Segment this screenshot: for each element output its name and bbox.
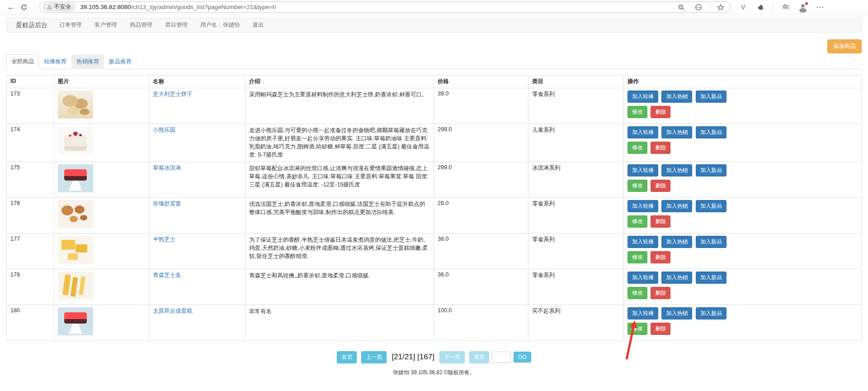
security-badge-label: 不安全 — [54, 3, 71, 11]
product-name-link[interactable]: 青森芝士条 — [153, 272, 181, 278]
add-new-button[interactable]: 加入新品 — [696, 200, 726, 212]
cell-price: 38.0 — [434, 233, 528, 269]
add-new-button[interactable]: 加入新品 — [696, 91, 726, 103]
edit-button[interactable]: 修改 — [627, 251, 647, 263]
cell-intro: 为了保证芝士的香醇,半熟芝士借鉴日本温泉煮鸡蛋的做法,把芝士,牛奶,鸡蛋,天然奶… — [245, 233, 434, 269]
search-more-icon[interactable] — [692, 3, 705, 12]
col-header-actions: 操作 — [624, 76, 862, 88]
cell-category: 冰淇淋系列 — [528, 162, 624, 197]
cell-price: 100.0 — [434, 305, 528, 340]
prev-page-button[interactable]: 上一页 — [361, 351, 387, 363]
table-row: 174 小熊乐园 走进小熊乐园,与可爱的小熊一起准备过冬的食物吧,摘颗草莓藏放在… — [7, 124, 862, 162]
edit-button[interactable]: 修改 — [627, 106, 647, 118]
product-name-link[interactable]: 太原双合成蛋糕 — [153, 308, 193, 314]
pagination: 首页 上一页 [21/21] [167] 下一页 尾页 GO — [0, 351, 868, 363]
cell-price: 299.0 — [434, 162, 528, 197]
add-new-button[interactable]: 加入新品 — [696, 164, 726, 176]
add-hot-button[interactable]: 加入热销 — [661, 272, 692, 284]
col-header-name: 名称 — [149, 76, 245, 88]
add-new-button[interactable]: 加入新品 — [696, 236, 726, 248]
divider — [709, 4, 710, 11]
add-carousel-button[interactable]: 加入轮播 — [627, 200, 658, 212]
url-bar[interactable]: ⚠ 不安全 39.105.36.82:8080/ch13_zjy/admin/g… — [39, 1, 731, 13]
tab-hot[interactable]: 热销推荐 — [71, 54, 104, 69]
product-name-link[interactable]: 玫瑰舒芙蕾 — [153, 200, 181, 207]
product-name-link[interactable]: 小熊乐园 — [153, 127, 175, 133]
warning-icon: ⚠ — [47, 4, 52, 10]
username-label: 用户名：张婧怡 — [194, 21, 246, 29]
product-name-link[interactable]: 半熟芝士 — [153, 236, 175, 243]
add-carousel-button[interactable]: 加入轮播 — [627, 236, 658, 248]
profile-avatar[interactable] — [798, 3, 807, 12]
edit-button[interactable]: 修改 — [627, 323, 647, 335]
next-page-button[interactable]: 下一页 — [439, 351, 465, 363]
back-icon[interactable]: ← — [5, 2, 18, 12]
nav-item-customers[interactable]: 客户管理 — [88, 21, 123, 29]
add-goods-button[interactable]: 添加商品 — [827, 39, 862, 53]
security-badge[interactable]: ⚠ 不安全 — [42, 2, 75, 12]
col-header-id: ID — [7, 76, 54, 88]
product-name-link[interactable]: 草莓冰淇淋 — [153, 165, 181, 171]
edit-button[interactable]: 修改 — [627, 215, 647, 228]
cell-id: 177 — [7, 233, 54, 269]
add-hot-button[interactable]: 加入热销 — [661, 91, 692, 103]
nav-item-orders[interactable]: 订单管理 — [53, 21, 88, 29]
product-image — [58, 307, 93, 335]
logout-link[interactable]: 退出 — [246, 21, 270, 29]
edit-button[interactable]: 修改 — [627, 180, 647, 192]
delete-button[interactable]: 删除 — [651, 323, 670, 335]
tab-all-goods[interactable]: 全部商品 — [6, 54, 39, 69]
add-hot-button[interactable]: 加入热销 — [661, 126, 692, 138]
add-new-button[interactable]: 加入新品 — [696, 307, 726, 319]
vue-devtools-icon[interactable]: V — [738, 3, 748, 11]
add-carousel-button[interactable]: 加入轮播 — [627, 91, 658, 103]
add-carousel-button[interactable]: 加入轮播 — [627, 164, 658, 176]
favorite-star-icon[interactable] — [714, 3, 727, 12]
edit-button[interactable]: 修改 — [627, 287, 647, 299]
add-carousel-button[interactable]: 加入轮播 — [627, 272, 658, 284]
cell-price: 36.0 — [434, 269, 528, 305]
delete-button[interactable]: 删除 — [651, 215, 670, 228]
add-new-button[interactable]: 加入新品 — [696, 126, 726, 138]
delete-button[interactable]: 删除 — [651, 142, 670, 154]
table-header-row: ID 图片 名称 介绍 价格 类目 操作 — [7, 76, 862, 88]
extensions-icon[interactable] — [754, 2, 767, 12]
tab-new[interactable]: 新品推荐 — [104, 54, 137, 69]
add-hot-button[interactable]: 加入热销 — [661, 307, 692, 319]
navbar-brand[interactable]: 蛋糕店后台 — [10, 21, 53, 29]
cell-category: 零食系列 — [528, 269, 624, 305]
add-carousel-button[interactable]: 加入轮播 — [627, 307, 658, 319]
cell-id: 180 — [7, 305, 54, 340]
divider — [773, 4, 774, 11]
delete-button[interactable]: 删除 — [651, 251, 670, 263]
first-page-button[interactable]: 首页 — [337, 351, 357, 363]
delete-button[interactable]: 删除 — [651, 287, 670, 299]
go-button[interactable]: GO — [514, 352, 531, 362]
nav-item-goods[interactable]: 商品管理 — [123, 21, 159, 29]
cell-category: 零食系列 — [528, 88, 624, 124]
edit-button[interactable]: 修改 — [627, 142, 647, 154]
tab-carousel[interactable]: 轮播推荐 — [39, 54, 71, 69]
last-page-button[interactable]: 尾页 — [469, 351, 489, 363]
cell-category: 零食系列 — [528, 233, 624, 269]
refresh-icon[interactable] — [18, 3, 30, 12]
cell-id: 173 — [7, 88, 54, 124]
page-number-input[interactable] — [492, 352, 511, 363]
more-menu-icon[interactable]: ⋯ — [813, 2, 827, 12]
collections-icon[interactable] — [779, 2, 793, 12]
product-name-link[interactable]: 意大利芝士饼干 — [153, 91, 193, 97]
add-new-button[interactable]: 加入新品 — [696, 272, 726, 284]
product-image — [58, 272, 93, 300]
add-hot-button[interactable]: 加入热销 — [661, 236, 692, 248]
add-hot-button[interactable]: 加入热销 — [661, 200, 692, 212]
cell-intro: 优选法国芝士,奶香浓郁,质地柔滑,口感细腻.法国芝士有助于提升糕点的整体口感,完… — [245, 197, 434, 233]
add-hot-button[interactable]: 加入热销 — [661, 164, 692, 176]
cell-intro: 甜郁草莓配合冰淇淋的丝滑口感,让清爽与浪漫在爱情果园激情碰撞,恋上草莓,这份心情… — [245, 162, 434, 197]
delete-button[interactable]: 删除 — [651, 106, 670, 118]
cell-price: 28.0 — [434, 197, 528, 233]
delete-button[interactable]: 删除 — [651, 180, 670, 192]
nav-item-categories[interactable]: 类目管理 — [159, 21, 194, 29]
sidebar-toggle-icon[interactable] — [839, 6, 844, 8]
add-carousel-button[interactable]: 加入轮播 — [627, 126, 658, 138]
zoom-out-icon[interactable] — [675, 3, 688, 12]
